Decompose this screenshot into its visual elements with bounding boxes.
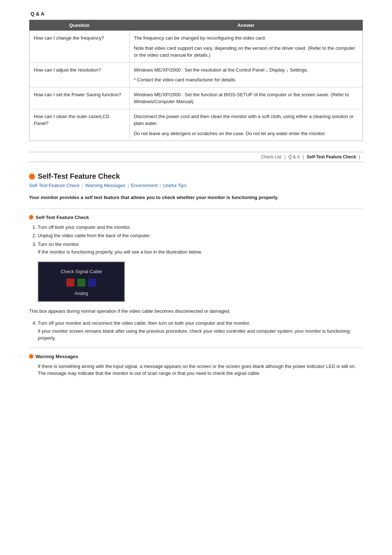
orange-circle-icon xyxy=(29,174,35,179)
signal-box-title: Check Signal Cable xyxy=(49,269,113,274)
qa-answer: Disconnect the power cord and then clean… xyxy=(129,109,363,141)
nav-self-test[interactable]: Self-Test Feature Check xyxy=(307,154,356,159)
table-row: How can I adjust the resolution?Windows … xyxy=(29,62,363,87)
signal-box-analog: Analog xyxy=(49,291,113,296)
nav-check-list[interactable]: Check List xyxy=(261,154,281,159)
nav-bar: Check List | Q & A | Self-Test Feature C… xyxy=(29,152,363,162)
qa-answer: Windows ME/XP/2000 : Set the resolution … xyxy=(129,62,363,87)
warning-title: Warning Messages xyxy=(36,354,78,359)
table-row: How can I set the Power Saving function?… xyxy=(29,87,363,109)
sub-nav-warning[interactable]: Warning Messages xyxy=(85,183,126,188)
intro-text: Your monitor provides a self test featur… xyxy=(29,194,363,201)
sub-nav-pipe1: | xyxy=(82,183,83,188)
divider2 xyxy=(29,348,363,348)
qa-question: How can I set the Power Saving function? xyxy=(29,87,130,109)
qa-col-answer: Answer xyxy=(129,20,363,31)
signal-sq-blue xyxy=(88,279,96,287)
nav-sep1: | xyxy=(281,154,288,159)
sub-nav: Self-Test Feature Check | Warning Messag… xyxy=(29,183,363,188)
sub-nav-useful-tips[interactable]: Useful Tips xyxy=(163,183,186,188)
table-row: How can I change the frequency?The frequ… xyxy=(29,31,363,63)
qa-answer: The frequency can be changed by reconfig… xyxy=(129,31,363,63)
step4-main: Turn off your monitor and reconnect the … xyxy=(38,320,250,326)
qa-question: How can I adjust the resolution? xyxy=(29,62,130,87)
nav-sep3: | xyxy=(356,154,363,159)
divider1 xyxy=(29,208,363,209)
qa-answer: Windows ME/XP/2000 : Set the function at… xyxy=(129,87,363,109)
signal-box: Check Signal Cable Analog xyxy=(38,262,125,302)
qa-table: Question Answer How can I change the fre… xyxy=(29,20,363,141)
step4-sub: If your monitor screen remains blank aft… xyxy=(38,328,363,342)
step1: Turn off both your computer and the moni… xyxy=(38,224,363,231)
orange-circle2-icon xyxy=(29,215,33,219)
warning-text: If there is something wrong with the inp… xyxy=(29,363,363,377)
signal-sq-red xyxy=(66,279,74,287)
step3-main: Turn on the monitor. xyxy=(38,242,80,247)
sub-nav-pipe3: | xyxy=(160,183,161,188)
sub-nav-self-test[interactable]: Self-Test Feature Check xyxy=(29,183,79,188)
step3: Turn on the monitor. If the monitor is f… xyxy=(38,241,363,256)
warning-header: Warning Messages xyxy=(29,354,363,359)
qa-col-question: Question xyxy=(29,20,130,31)
qa-question: How can I change the frequency? xyxy=(29,31,130,63)
sub-nav-environment[interactable]: Environment xyxy=(131,183,158,188)
signal-squares xyxy=(49,279,113,287)
self-test-title: Self-Test Feature Check xyxy=(38,172,120,181)
step2: Unplug the video cable from the back of … xyxy=(38,232,363,239)
warning-section: Warning Messages If there is something w… xyxy=(29,354,363,377)
step3-sub: If the monitor is functioning properly, … xyxy=(38,248,363,256)
step4: Turn off your monitor and reconnect the … xyxy=(38,320,363,342)
nav-qa[interactable]: Q & A xyxy=(289,154,300,159)
orange-circle3-icon xyxy=(29,354,33,358)
signal-sq-green xyxy=(77,279,85,287)
sub-section-title: Self-Test Feature Check xyxy=(36,215,89,220)
signal-box-wrapper: Check Signal Cable Analog xyxy=(38,262,363,302)
box-appears-text: This box appears during normal operation… xyxy=(29,308,363,315)
self-test-header: Self-Test Feature Check xyxy=(29,172,363,181)
sub-section-header: Self-Test Feature Check xyxy=(29,215,363,220)
sub-nav-pipe2: | xyxy=(128,183,129,188)
qa-title: Q & A xyxy=(29,11,363,17)
steps-list: Turn off both your computer and the moni… xyxy=(29,224,363,256)
step4-list: Turn off your monitor and reconnect the … xyxy=(29,320,363,342)
table-row: How can I clean the outer case/LCD Panel… xyxy=(29,109,363,141)
nav-sep2: | xyxy=(300,154,307,159)
qa-question: How can I clean the outer case/LCD Panel… xyxy=(29,109,130,141)
